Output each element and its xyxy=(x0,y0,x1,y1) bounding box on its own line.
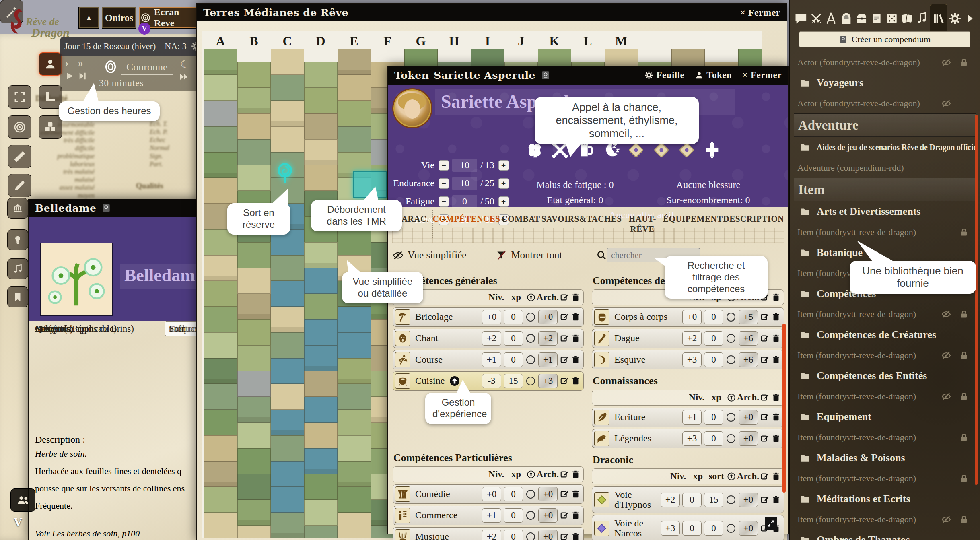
bookmark-icon[interactable] xyxy=(7,286,28,307)
skill-row[interactable]: Course +1 0 +1 xyxy=(393,350,584,369)
stat-plus-button[interactable]: + xyxy=(498,196,509,207)
map-tile[interactable] xyxy=(271,435,304,461)
eye-slash-icon[interactable] xyxy=(941,58,951,67)
skill-row[interactable]: Cuisine -3 15 +3 xyxy=(393,371,584,391)
skill-xp-input[interactable]: 0 xyxy=(682,493,702,507)
bulb-icon[interactable] xyxy=(7,229,28,250)
edit-icon[interactable] xyxy=(560,355,569,364)
map-tile[interactable] xyxy=(271,281,304,307)
skill-roll-circle[interactable] xyxy=(727,313,735,322)
belledame-item-image[interactable] xyxy=(40,243,113,316)
map-tile[interactable] xyxy=(204,75,237,101)
skill-roll-circle[interactable] xyxy=(727,495,735,504)
lock-icon[interactable] xyxy=(959,433,969,442)
trash-icon[interactable] xyxy=(571,490,580,499)
skip-icon[interactable] xyxy=(78,72,87,80)
map-tile[interactable] xyxy=(338,384,371,410)
skill-row[interactable]: Esquive +3 0 +6 xyxy=(592,350,784,369)
stat-minus-button[interactable]: − xyxy=(439,160,449,171)
map-tile[interactable] xyxy=(204,307,237,332)
tmr-titlebar[interactable]: Terres Médianes de Rêve × Fermer xyxy=(197,4,787,21)
skill-row[interactable]: Dague +2 0 +6 xyxy=(592,329,784,348)
chest-icon[interactable] xyxy=(854,11,869,26)
cross-heal-icon[interactable] xyxy=(703,141,721,159)
trash-icon[interactable] xyxy=(772,413,780,422)
skill-roll-circle[interactable] xyxy=(727,355,735,364)
map-tile[interactable] xyxy=(204,255,237,281)
trash-icon[interactable] xyxy=(772,334,780,343)
compendium-folder[interactable]: Equipement xyxy=(794,406,976,427)
map-tile[interactable] xyxy=(237,242,271,268)
map-tile[interactable] xyxy=(304,268,338,294)
map-tile[interactable] xyxy=(338,358,371,384)
ffwd-icon[interactable] xyxy=(178,72,190,81)
map-tile[interactable] xyxy=(204,358,237,384)
scroll-icon[interactable] xyxy=(869,11,884,26)
map-tile[interactable] xyxy=(204,435,237,461)
skill-niv-input[interactable]: +3 xyxy=(661,521,680,536)
map-tile[interactable] xyxy=(304,88,338,113)
person-icon[interactable] xyxy=(39,52,62,76)
edit-icon[interactable] xyxy=(760,313,769,322)
map-tile[interactable] xyxy=(304,474,338,500)
eye-slash-icon[interactable] xyxy=(941,392,951,401)
skill-niv-input[interactable]: +3 xyxy=(682,431,702,446)
belledame-item-name[interactable]: Belledame xyxy=(124,265,203,286)
map-tile[interactable] xyxy=(237,319,271,345)
map-tile[interactable] xyxy=(204,461,237,487)
frame-icon[interactable] xyxy=(8,85,31,109)
tmr-close-button[interactable]: × Fermer xyxy=(740,7,780,18)
skill-xp-input[interactable]: 15 xyxy=(504,374,523,388)
map-tile[interactable] xyxy=(338,435,371,461)
advance-medium-button[interactable]: » xyxy=(78,57,83,69)
map-tile[interactable] xyxy=(338,229,371,255)
lock-icon[interactable] xyxy=(959,309,969,319)
map-tile[interactable] xyxy=(237,139,271,165)
edit-icon[interactable] xyxy=(760,334,769,343)
cards-icon[interactable] xyxy=(900,11,915,26)
skill-roll-circle[interactable] xyxy=(526,334,535,343)
map-tile[interactable] xyxy=(304,139,338,165)
skill-roll-circle[interactable] xyxy=(727,434,735,443)
trash-icon[interactable] xyxy=(772,355,780,364)
map-tile[interactable] xyxy=(304,294,338,319)
measure-icon[interactable] xyxy=(8,145,31,168)
map-tile[interactable] xyxy=(304,500,338,526)
edit-icon[interactable] xyxy=(760,393,769,402)
stat-current-value[interactable]: 10 xyxy=(452,159,477,172)
edit-icon[interactable] xyxy=(560,377,569,385)
stat-current-value[interactable]: 10 xyxy=(452,177,477,190)
edit-icon[interactable] xyxy=(560,470,569,479)
skill-row[interactable]: Corps à corps +0 0 +5 xyxy=(592,307,784,327)
actor-avatar[interactable] xyxy=(393,89,431,127)
map-tile[interactable] xyxy=(271,49,304,75)
edit-icon[interactable] xyxy=(760,413,769,422)
skill-row[interactable]: Voie de Narcos +3 0 0 +0 xyxy=(592,515,784,540)
trash-icon[interactable] xyxy=(772,434,780,443)
map-tile[interactable] xyxy=(271,384,304,410)
map-tile[interactable] xyxy=(304,113,338,139)
map-tile[interactable] xyxy=(338,126,371,152)
bank-icon[interactable] xyxy=(7,198,28,219)
skill-roll-circle[interactable] xyxy=(526,532,535,540)
belledame-titlebar[interactable]: Belledame xyxy=(29,199,199,217)
pencil-icon[interactable] xyxy=(8,174,31,197)
skill-niv-input[interactable]: +2 xyxy=(682,331,702,346)
map-tile[interactable] xyxy=(204,410,237,435)
trash-icon[interactable] xyxy=(571,313,580,322)
music-icon[interactable] xyxy=(7,258,28,279)
trash-icon[interactable] xyxy=(571,293,580,302)
eye-slash-icon[interactable] xyxy=(941,99,951,108)
skill-niv-input[interactable]: +0 xyxy=(482,310,501,324)
skill-roll-circle[interactable] xyxy=(526,377,535,385)
skill-xp-input[interactable]: 0 xyxy=(504,331,523,346)
note-icon[interactable] xyxy=(914,11,930,26)
map-tile[interactable] xyxy=(271,126,304,152)
create-compendium-button[interactable]: Créer un compendium xyxy=(799,31,970,47)
lock-icon[interactable] xyxy=(959,58,969,67)
compendium-folder[interactable]: Maladies & Poisons xyxy=(794,447,976,468)
chat-icon[interactable] xyxy=(793,11,809,26)
map-tile[interactable] xyxy=(237,397,271,423)
night-icon[interactable]: ☾ xyxy=(180,58,189,70)
map-tile[interactable] xyxy=(271,358,304,384)
